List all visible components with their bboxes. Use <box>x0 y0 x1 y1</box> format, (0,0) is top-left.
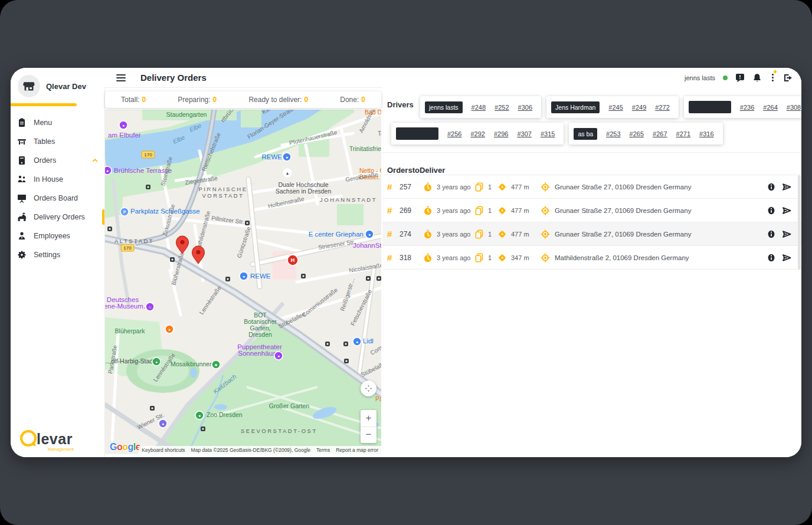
driver-card: Jens Hardman#245#249#272 <box>546 96 679 118</box>
driver-name-badge[interactable] <box>689 101 731 113</box>
distance-icon <box>497 253 507 262</box>
map-pan-control[interactable] <box>361 380 376 396</box>
order-info-button[interactable] <box>767 182 776 192</box>
app-frame: Qlevar Dev MenuTablesOrdersIn HouseOrder… <box>0 0 812 525</box>
zoom-in-button[interactable]: + <box>361 410 376 427</box>
svg-text:170: 170 <box>144 152 152 158</box>
driver-order-link[interactable]: #245 <box>608 104 623 111</box>
map-data-text: Map data ©2025 GeoBasis-DE/BKG (©2009), … <box>188 446 313 454</box>
map-label: Pa… <box>375 395 381 402</box>
order-send-button[interactable] <box>781 206 792 215</box>
order-age: 3 years ago <box>437 207 473 214</box>
driver-order-link[interactable]: #315 <box>541 130 555 137</box>
items-count-icon <box>474 253 484 262</box>
report-map-error-link[interactable]: Report a map error <box>333 446 381 454</box>
time-elapsed-icon <box>423 182 433 192</box>
zoom-out-button[interactable]: − <box>361 427 376 444</box>
map-label: Tat… <box>378 130 381 137</box>
driver-order-link[interactable]: #296 <box>494 130 508 137</box>
driver-order-link[interactable]: #292 <box>470 130 484 137</box>
sidebar-item-label: Settings <box>34 251 60 259</box>
map-marker-pin[interactable] <box>176 236 189 254</box>
svg-text:●: ● <box>243 274 245 278</box>
profile[interactable]: Qlevar Dev <box>11 68 104 103</box>
order-send-button[interactable] <box>781 253 792 262</box>
keyboard-shortcuts-link[interactable]: Keyboard shortcuts <box>139 446 188 454</box>
svg-text:P: P <box>123 210 126 214</box>
map-label: Bad Dres… <box>365 110 381 116</box>
driver-name-badge[interactable]: jenns lasts <box>425 101 463 113</box>
driver-order-link[interactable]: #256 <box>447 130 461 137</box>
distance-icon <box>497 206 507 215</box>
driver-order-link[interactable]: #271 <box>676 130 690 137</box>
drivers-row-1: jenns lasts#248#252#306Jens Hardman#245#… <box>420 96 801 118</box>
location-icon <box>541 182 550 192</box>
sidebar-item-label: Orders Board <box>34 194 78 202</box>
time-elapsed-icon <box>423 229 433 239</box>
svg-text:●: ● <box>356 340 358 344</box>
map-marker-pin[interactable] <box>192 246 205 264</box>
qlevar-logo: levar Management <box>20 430 73 447</box>
map-canvas[interactable]: 170170StaudengartenElbeElbertbrückeam El… <box>105 110 381 454</box>
order-info-button[interactable] <box>767 229 776 239</box>
stat-done: Done:0 <box>340 96 365 104</box>
order-address: Grunaer Straße 27, 01069 Dresden Germany <box>555 183 767 191</box>
order-send-button[interactable] <box>781 229 792 239</box>
orders-icon <box>17 156 27 165</box>
order-row-318[interactable]: #3183 years ago1347 mMathildenstraße 2, … <box>382 246 801 270</box>
driver-order-link[interactable]: #272 <box>655 104 669 111</box>
map-svg: 170170StaudengartenElbeElbertbrückeam El… <box>105 110 381 454</box>
chevron-up-icon[interactable] <box>91 157 99 164</box>
driver-order-link[interactable]: #236 <box>740 104 754 111</box>
order-info-button[interactable] <box>767 253 776 262</box>
kebab-menu-icon[interactable] <box>770 73 775 83</box>
order-number: 257 <box>400 183 416 191</box>
driver-order-link[interactable]: #308 <box>787 104 801 111</box>
stat-totall: Totall:0 <box>121 96 146 104</box>
notifications-bell-icon[interactable] <box>752 73 762 83</box>
app-window: Qlevar Dev MenuTablesOrdersIn HouseOrder… <box>11 68 801 457</box>
sidebar-item-tables[interactable]: Tables <box>11 132 104 151</box>
driver-order-link[interactable]: #264 <box>763 104 777 111</box>
driver-order-link[interactable]: #306 <box>518 104 532 111</box>
driver-order-link[interactable]: #253 <box>606 130 620 137</box>
logout-icon[interactable] <box>783 73 794 83</box>
driver-order-link[interactable]: #265 <box>630 130 644 137</box>
driver-order-link[interactable]: #267 <box>653 130 667 137</box>
map-label: Parkplatz Schießgasse <box>130 208 200 215</box>
orders-list: #2573 years ago1477 mGrunaer Straße 27, … <box>382 175 801 270</box>
order-row-269[interactable]: #2693 years ago1477 mGrunaer Straße 27, … <box>382 199 801 222</box>
delivery-icon <box>17 212 27 222</box>
sidebar-item-settings[interactable]: Settings <box>11 245 104 264</box>
order-row-274[interactable]: #2743 years ago1477 mGrunaer Straße 27, … <box>382 222 801 246</box>
driver-order-link[interactable]: #252 <box>495 104 509 111</box>
order-info-button[interactable] <box>767 206 776 215</box>
order-hash-icon: # <box>387 252 394 262</box>
driver-order-link[interactable]: #316 <box>699 130 713 137</box>
order-row-257[interactable]: #2573 years ago1477 mGrunaer Straße 27, … <box>382 175 801 199</box>
sidebar-item-employees[interactable]: Employees <box>11 227 104 245</box>
terms-link[interactable]: Terms <box>313 446 333 454</box>
driver-name-badge[interactable]: as ba <box>574 128 597 140</box>
driver-order-link[interactable]: #248 <box>472 104 486 111</box>
sidebar-item-in-house[interactable]: In House <box>11 170 104 189</box>
order-send-button[interactable] <box>781 182 792 192</box>
sidebar-item-menu[interactable]: Menu <box>11 113 104 132</box>
sidebar-item-label: Employees <box>34 232 70 240</box>
driver-order-link[interactable]: #249 <box>632 104 646 111</box>
hamburger-menu-icon[interactable] <box>116 73 126 83</box>
svg-text:⌂: ⌂ <box>149 305 151 309</box>
driver-name-badge[interactable] <box>396 127 438 140</box>
svg-text:●: ● <box>168 327 171 332</box>
feedback-icon[interactable] <box>735 73 745 83</box>
order-quantity: 1 <box>488 254 495 261</box>
sidebar-item-orders[interactable]: Orders <box>11 151 104 170</box>
scrollbar[interactable] <box>798 175 801 270</box>
sidebar-item-label: Tables <box>34 137 55 146</box>
sidebar-item-orders-board[interactable]: Orders Board <box>11 189 104 208</box>
order-stats-bar: Totall:0Preparing:0Ready to deliver:0Don… <box>105 91 381 108</box>
driver-order-link[interactable]: #307 <box>517 130 531 137</box>
driver-name-badge[interactable]: Jens Hardman <box>551 101 600 113</box>
sidebar-item-delivery-orders[interactable]: Delivery Orders <box>11 208 104 227</box>
order-number: 318 <box>400 254 416 262</box>
